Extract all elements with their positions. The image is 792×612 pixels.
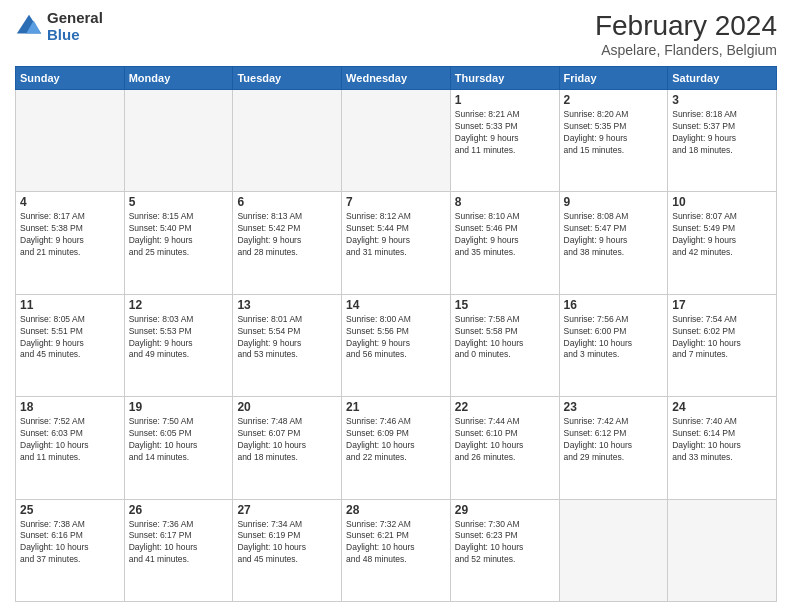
- day-number: 26: [129, 503, 229, 517]
- day-number: 18: [20, 400, 120, 414]
- calendar-header-row: Sunday Monday Tuesday Wednesday Thursday…: [16, 67, 777, 90]
- day-number: 29: [455, 503, 555, 517]
- day-info: Sunrise: 7:30 AMSunset: 6:23 PMDaylight:…: [455, 519, 555, 567]
- calendar-cell: 9Sunrise: 8:08 AMSunset: 5:47 PMDaylight…: [559, 192, 668, 294]
- day-info: Sunrise: 7:44 AMSunset: 6:10 PMDaylight:…: [455, 416, 555, 464]
- day-info: Sunrise: 7:46 AMSunset: 6:09 PMDaylight:…: [346, 416, 446, 464]
- col-tuesday: Tuesday: [233, 67, 342, 90]
- day-info: Sunrise: 8:17 AMSunset: 5:38 PMDaylight:…: [20, 211, 120, 259]
- calendar-cell: 19Sunrise: 7:50 AMSunset: 6:05 PMDayligh…: [124, 397, 233, 499]
- calendar-cell: [342, 90, 451, 192]
- day-number: 13: [237, 298, 337, 312]
- calendar-cell: 1Sunrise: 8:21 AMSunset: 5:33 PMDaylight…: [450, 90, 559, 192]
- calendar-cell: 25Sunrise: 7:38 AMSunset: 6:16 PMDayligh…: [16, 499, 125, 601]
- day-number: 7: [346, 195, 446, 209]
- day-number: 8: [455, 195, 555, 209]
- logo-text: General Blue: [47, 10, 103, 43]
- day-number: 6: [237, 195, 337, 209]
- day-info: Sunrise: 7:58 AMSunset: 5:58 PMDaylight:…: [455, 314, 555, 362]
- day-number: 25: [20, 503, 120, 517]
- day-info: Sunrise: 8:05 AMSunset: 5:51 PMDaylight:…: [20, 314, 120, 362]
- calendar-table: Sunday Monday Tuesday Wednesday Thursday…: [15, 66, 777, 602]
- day-info: Sunrise: 8:03 AMSunset: 5:53 PMDaylight:…: [129, 314, 229, 362]
- calendar-cell: 20Sunrise: 7:48 AMSunset: 6:07 PMDayligh…: [233, 397, 342, 499]
- day-info: Sunrise: 7:48 AMSunset: 6:07 PMDaylight:…: [237, 416, 337, 464]
- week-row-4: 18Sunrise: 7:52 AMSunset: 6:03 PMDayligh…: [16, 397, 777, 499]
- calendar-cell: 7Sunrise: 8:12 AMSunset: 5:44 PMDaylight…: [342, 192, 451, 294]
- day-number: 12: [129, 298, 229, 312]
- col-monday: Monday: [124, 67, 233, 90]
- day-number: 28: [346, 503, 446, 517]
- day-info: Sunrise: 8:08 AMSunset: 5:47 PMDaylight:…: [564, 211, 664, 259]
- day-number: 21: [346, 400, 446, 414]
- day-info: Sunrise: 8:00 AMSunset: 5:56 PMDaylight:…: [346, 314, 446, 362]
- day-info: Sunrise: 7:52 AMSunset: 6:03 PMDaylight:…: [20, 416, 120, 464]
- day-info: Sunrise: 7:32 AMSunset: 6:21 PMDaylight:…: [346, 519, 446, 567]
- calendar-cell: 16Sunrise: 7:56 AMSunset: 6:00 PMDayligh…: [559, 294, 668, 396]
- day-info: Sunrise: 8:18 AMSunset: 5:37 PMDaylight:…: [672, 109, 772, 157]
- calendar-title: February 2024: [595, 10, 777, 42]
- day-info: Sunrise: 7:40 AMSunset: 6:14 PMDaylight:…: [672, 416, 772, 464]
- day-number: 10: [672, 195, 772, 209]
- day-number: 22: [455, 400, 555, 414]
- week-row-3: 11Sunrise: 8:05 AMSunset: 5:51 PMDayligh…: [16, 294, 777, 396]
- calendar-cell: 21Sunrise: 7:46 AMSunset: 6:09 PMDayligh…: [342, 397, 451, 499]
- day-number: 3: [672, 93, 772, 107]
- day-info: Sunrise: 7:36 AMSunset: 6:17 PMDaylight:…: [129, 519, 229, 567]
- day-number: 17: [672, 298, 772, 312]
- day-number: 15: [455, 298, 555, 312]
- header: General Blue February 2024 Aspelare, Fla…: [15, 10, 777, 58]
- logo-blue: Blue: [47, 27, 103, 44]
- day-number: 20: [237, 400, 337, 414]
- day-number: 27: [237, 503, 337, 517]
- day-number: 1: [455, 93, 555, 107]
- col-saturday: Saturday: [668, 67, 777, 90]
- calendar-cell: 8Sunrise: 8:10 AMSunset: 5:46 PMDaylight…: [450, 192, 559, 294]
- day-number: 23: [564, 400, 664, 414]
- calendar-cell: [559, 499, 668, 601]
- day-info: Sunrise: 8:01 AMSunset: 5:54 PMDaylight:…: [237, 314, 337, 362]
- page: General Blue February 2024 Aspelare, Fla…: [0, 0, 792, 612]
- day-number: 4: [20, 195, 120, 209]
- calendar-cell: 29Sunrise: 7:30 AMSunset: 6:23 PMDayligh…: [450, 499, 559, 601]
- logo-general: General: [47, 10, 103, 27]
- col-wednesday: Wednesday: [342, 67, 451, 90]
- week-row-5: 25Sunrise: 7:38 AMSunset: 6:16 PMDayligh…: [16, 499, 777, 601]
- day-number: 24: [672, 400, 772, 414]
- day-number: 5: [129, 195, 229, 209]
- day-info: Sunrise: 8:12 AMSunset: 5:44 PMDaylight:…: [346, 211, 446, 259]
- calendar-cell: 10Sunrise: 8:07 AMSunset: 5:49 PMDayligh…: [668, 192, 777, 294]
- day-info: Sunrise: 8:13 AMSunset: 5:42 PMDaylight:…: [237, 211, 337, 259]
- calendar-cell: 14Sunrise: 8:00 AMSunset: 5:56 PMDayligh…: [342, 294, 451, 396]
- logo: General Blue: [15, 10, 103, 43]
- day-number: 11: [20, 298, 120, 312]
- day-info: Sunrise: 8:10 AMSunset: 5:46 PMDaylight:…: [455, 211, 555, 259]
- day-info: Sunrise: 7:34 AMSunset: 6:19 PMDaylight:…: [237, 519, 337, 567]
- calendar-cell: 26Sunrise: 7:36 AMSunset: 6:17 PMDayligh…: [124, 499, 233, 601]
- calendar-cell: 12Sunrise: 8:03 AMSunset: 5:53 PMDayligh…: [124, 294, 233, 396]
- calendar-cell: 6Sunrise: 8:13 AMSunset: 5:42 PMDaylight…: [233, 192, 342, 294]
- calendar-cell: [124, 90, 233, 192]
- title-block: February 2024 Aspelare, Flanders, Belgiu…: [595, 10, 777, 58]
- calendar-cell: 13Sunrise: 8:01 AMSunset: 5:54 PMDayligh…: [233, 294, 342, 396]
- day-info: Sunrise: 7:38 AMSunset: 6:16 PMDaylight:…: [20, 519, 120, 567]
- calendar-cell: [16, 90, 125, 192]
- day-info: Sunrise: 7:54 AMSunset: 6:02 PMDaylight:…: [672, 314, 772, 362]
- day-number: 2: [564, 93, 664, 107]
- day-info: Sunrise: 8:07 AMSunset: 5:49 PMDaylight:…: [672, 211, 772, 259]
- week-row-2: 4Sunrise: 8:17 AMSunset: 5:38 PMDaylight…: [16, 192, 777, 294]
- calendar-cell: 18Sunrise: 7:52 AMSunset: 6:03 PMDayligh…: [16, 397, 125, 499]
- day-number: 14: [346, 298, 446, 312]
- col-sunday: Sunday: [16, 67, 125, 90]
- calendar-cell: 4Sunrise: 8:17 AMSunset: 5:38 PMDaylight…: [16, 192, 125, 294]
- calendar-cell: 11Sunrise: 8:05 AMSunset: 5:51 PMDayligh…: [16, 294, 125, 396]
- day-number: 9: [564, 195, 664, 209]
- calendar-cell: 5Sunrise: 8:15 AMSunset: 5:40 PMDaylight…: [124, 192, 233, 294]
- day-info: Sunrise: 7:56 AMSunset: 6:00 PMDaylight:…: [564, 314, 664, 362]
- day-info: Sunrise: 7:42 AMSunset: 6:12 PMDaylight:…: [564, 416, 664, 464]
- calendar-cell: [668, 499, 777, 601]
- calendar-cell: 27Sunrise: 7:34 AMSunset: 6:19 PMDayligh…: [233, 499, 342, 601]
- calendar-cell: 15Sunrise: 7:58 AMSunset: 5:58 PMDayligh…: [450, 294, 559, 396]
- calendar-cell: [233, 90, 342, 192]
- calendar-cell: 2Sunrise: 8:20 AMSunset: 5:35 PMDaylight…: [559, 90, 668, 192]
